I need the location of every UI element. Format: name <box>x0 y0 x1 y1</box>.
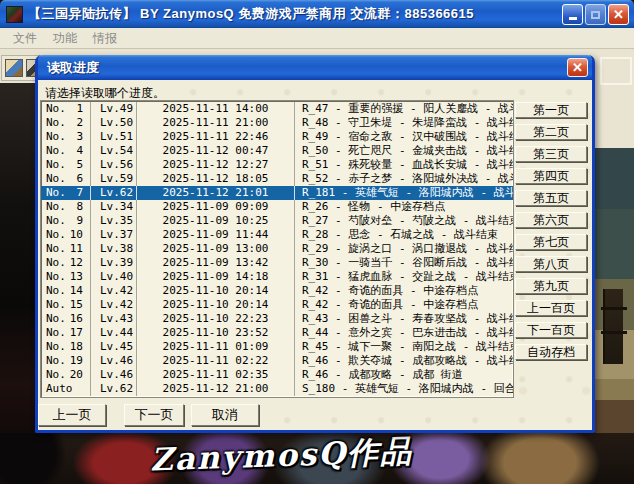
close-icon: ✕ <box>572 60 583 75</box>
slot-number-cell: No.3 <box>41 130 91 144</box>
slot-time-cell: 2025-11-09 13:00 <box>137 242 295 256</box>
slot-time-cell: 2025-11-09 10:25 <box>137 214 295 228</box>
slot-time-cell: 2025-11-11 22:46 <box>137 130 295 144</box>
save-slot-row[interactable]: No.12Lv.392025-11-09 13:42R_30 - 一骑当千 - … <box>41 256 513 270</box>
page-5-button[interactable]: 第五页 <box>515 190 587 206</box>
slot-desc-cell: R_49 - 宿命之敌 - 汉中破围战 - 战斗结束 <box>295 130 513 144</box>
save-slot-row[interactable]: No.15Lv.422025-11-10 20:14R_42 - 奇诡的面具 -… <box>41 298 513 312</box>
slot-desc-cell: R_51 - 殊死较量 - 血战长安城 - 战斗结束 <box>295 158 513 172</box>
slot-level-cell: Lv.43 <box>91 312 137 326</box>
window-titlebar: 【三国异陆抗传】 BY ZanymosQ 免费游戏严禁商用 交流群：885366… <box>0 0 634 28</box>
page-2-button[interactable]: 第二页 <box>515 124 587 140</box>
author-watermark: ZanymosQ作品 <box>149 430 414 481</box>
app-icon <box>6 6 23 23</box>
slot-desc-cell: R_46 - 成都攻略 - 成都 街道 <box>295 368 513 382</box>
page-9-button[interactable]: 第九页 <box>515 278 587 294</box>
save-slot-row[interactable]: No.9Lv.352025-11-09 10:25R_27 - 芍陂对垒 - 芍… <box>41 214 513 228</box>
slot-number-cell: No.6 <box>41 172 91 186</box>
slot-time-cell: 2025-11-10 23:52 <box>137 326 295 340</box>
dialog-close-button[interactable]: ✕ <box>567 58 588 77</box>
save-slot-row[interactable]: No.3Lv.512025-11-11 22:46R_49 - 宿命之敌 - 汉… <box>41 130 513 144</box>
slot-desc-cell: R_43 - 困兽之斗 - 寿春攻坚战 - 战斗结束 <box>295 312 513 326</box>
menu-file[interactable]: 文件 <box>5 28 45 49</box>
save-slot-row[interactable]: No.14Lv.422025-11-10 20:14R_42 - 奇诡的面具 -… <box>41 284 513 298</box>
slot-level-cell: Lv.37 <box>91 228 137 242</box>
slot-level-cell: Lv.38 <box>91 242 137 256</box>
slot-level-cell: Lv.40 <box>91 270 137 284</box>
slot-time-cell: 2025-11-12 00:47 <box>137 144 295 158</box>
page-3-button[interactable]: 第三页 <box>515 146 587 162</box>
minimize-button[interactable] <box>562 4 583 25</box>
slot-level-cell: Lv.45 <box>91 340 137 354</box>
slot-time-cell: 2025-11-12 21:01 <box>137 186 295 200</box>
page-8-button[interactable]: 第八页 <box>515 256 587 272</box>
slot-number-cell: No.10 <box>41 228 91 242</box>
page-4-button[interactable]: 第四页 <box>515 168 587 184</box>
save-slot-row[interactable]: No.20Lv.462025-11-11 02:35R_46 - 成都攻略 - … <box>41 368 513 382</box>
page-6-button[interactable]: 第六页 <box>515 212 587 228</box>
slot-desc-cell: R_181 - 英雄气短 - 洛阳城内战 - 战斗结束 <box>295 186 513 200</box>
slot-level-cell: Lv.54 <box>91 144 137 158</box>
maximize-icon <box>591 11 600 19</box>
slot-desc-cell: R_26 - 怪物 - 中途存档点 <box>295 200 513 214</box>
slot-number-cell: No.12 <box>41 256 91 270</box>
slot-desc-cell: R_48 - 守卫朱堤 - 朱堤降蛮战 - 战斗结束 <box>295 116 513 130</box>
prev-100-pages-button[interactable]: 上一百页 <box>515 300 587 316</box>
save-slot-row[interactable]: No.6Lv.592025-11-12 18:05R_52 - 赤子之梦 - 洛… <box>41 172 513 186</box>
slot-number-cell: No.4 <box>41 144 91 158</box>
slot-time-cell: 2025-11-10 20:14 <box>137 284 295 298</box>
auto-save-button[interactable]: 自动存档 <box>515 344 587 360</box>
next-page-button[interactable]: 下一页 <box>124 404 184 426</box>
close-button[interactable]: ✕ <box>608 4 629 25</box>
save-slot-row[interactable]: No.18Lv.452025-11-11 01:09R_45 - 城下一聚 - … <box>41 340 513 354</box>
slot-level-cell: Lv.50 <box>91 116 137 130</box>
slot-desc-cell: R_52 - 赤子之梦 - 洛阳城外决战 - 战斗结束 <box>295 172 513 186</box>
page-1-button[interactable]: 第一页 <box>515 102 587 118</box>
save-slot-row[interactable]: No.7Lv.622025-11-12 21:01R_181 - 英雄气短 - … <box>41 186 513 200</box>
save-slot-row[interactable]: No.2Lv.502025-11-11 21:00R_48 - 守卫朱堤 - 朱… <box>41 116 513 130</box>
slot-level-cell: Lv.39 <box>91 256 137 270</box>
save-slot-row[interactable]: No.5Lv.562025-11-12 12:27R_51 - 殊死较量 - 血… <box>41 158 513 172</box>
save-slot-row[interactable]: No.16Lv.432025-11-10 22:23R_43 - 困兽之斗 - … <box>41 312 513 326</box>
dialog-body: 请选择读取哪个进度。 No.1Lv.492025-11-11 14:00R_47… <box>38 80 592 427</box>
close-icon: ✕ <box>613 7 624 22</box>
page-buttons-column: 第一页第二页第三页第四页第五页第六页第七页第八页第九页上一百页下一百页自动存档 <box>515 102 591 366</box>
slot-number-cell: No.19 <box>41 354 91 368</box>
prev-page-button[interactable]: 上一页 <box>38 404 106 426</box>
save-slot-row[interactable]: No.4Lv.542025-11-12 00:47R_50 - 死亡咫尺 - 金… <box>41 144 513 158</box>
slot-desc-cell: R_42 - 奇诡的面具 - 中途存档点 <box>295 284 513 298</box>
save-slot-row[interactable]: AutoLv.622025-11-12 21:00S_180 - 英雄气短 - … <box>41 382 513 396</box>
save-slot-row[interactable]: No.8Lv.342025-11-09 09:09R_26 - 怪物 - 中途存… <box>41 200 513 214</box>
slot-time-cell: 2025-11-12 21:00 <box>137 382 295 396</box>
slot-number-cell: No.2 <box>41 116 91 130</box>
slot-desc-cell: R_31 - 猛虎血脉 - 交趾之战 - 战斗结束 <box>295 270 513 284</box>
save-slot-row[interactable]: No.19Lv.462025-11-11 02:22R_46 - 欺关夺城 - … <box>41 354 513 368</box>
menu-info[interactable]: 情报 <box>85 28 125 49</box>
slot-number-cell: No.16 <box>41 312 91 326</box>
picture-icon <box>5 59 23 77</box>
slot-desc-cell: R_42 - 奇诡的面具 - 中途存档点 <box>295 298 513 312</box>
save-slot-row[interactable]: No.1Lv.492025-11-11 14:00R_47 - 重要的强援 - … <box>41 102 513 116</box>
cancel-button[interactable]: 取消 <box>191 404 259 426</box>
save-slot-row[interactable]: No.13Lv.402025-11-09 14:18R_31 - 猛虎血脉 - … <box>41 270 513 284</box>
save-slot-row[interactable]: No.11Lv.382025-11-09 13:00R_29 - 旋涡之口 - … <box>41 242 513 256</box>
dialog-titlebar: 读取进度 ✕ <box>38 55 592 80</box>
slot-number-cell: No.7 <box>41 186 91 200</box>
window-title: 【三国异陆抗传】 BY ZanymosQ 免费游戏严禁商用 交流群：885366… <box>28 5 474 23</box>
slot-number-cell: No.13 <box>41 270 91 284</box>
save-slot-row[interactable]: No.10Lv.372025-11-09 11:44R_28 - 思念 - 石城… <box>41 228 513 242</box>
slot-level-cell: Lv.42 <box>91 298 137 312</box>
slot-desc-cell: R_29 - 旋涡之口 - 涡口撤退战 - 战斗结束 <box>295 242 513 256</box>
background-art-left <box>0 83 36 484</box>
maximize-button[interactable] <box>585 4 606 25</box>
slot-level-cell: Lv.49 <box>91 102 137 116</box>
slot-time-cell: 2025-11-11 01:09 <box>137 340 295 354</box>
save-slot-row[interactable]: No.17Lv.442025-11-10 23:52R_44 - 意外之宾 - … <box>41 326 513 340</box>
menu-function[interactable]: 功能 <box>45 28 85 49</box>
slot-time-cell: 2025-11-11 02:22 <box>137 354 295 368</box>
slot-level-cell: Lv.46 <box>91 354 137 368</box>
slot-desc-cell: S_180 - 英雄气短 - 洛阳城内战 - 回合19 <box>295 382 513 396</box>
next-100-pages-button[interactable]: 下一百页 <box>515 322 587 338</box>
slot-desc-cell: R_47 - 重要的强援 - 阳人关鏖战 - 战斗结束 <box>295 102 513 116</box>
page-7-button[interactable]: 第七页 <box>515 234 587 250</box>
